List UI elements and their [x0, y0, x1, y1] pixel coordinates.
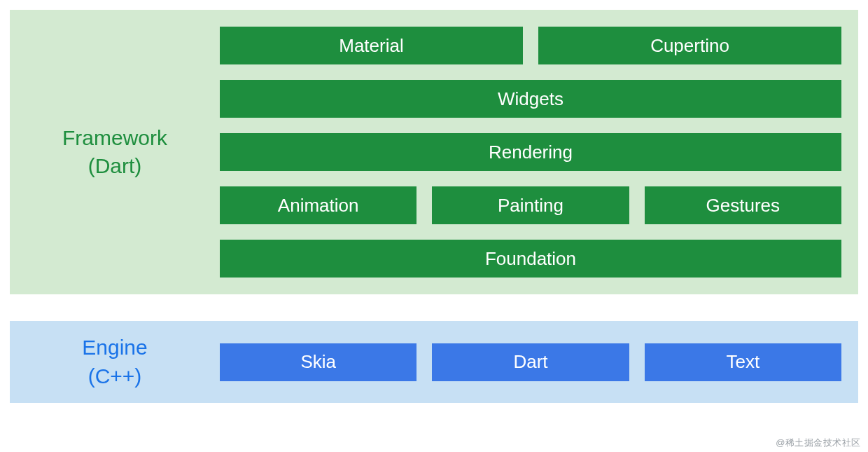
engine-panel: Engine (C++) Skia Dart Text [10, 321, 858, 403]
framework-row-3: Rendering [220, 133, 841, 171]
block-foundation: Foundation [220, 240, 841, 278]
framework-row-2: Widgets [220, 80, 841, 118]
framework-label-line2: (Dart) [88, 154, 142, 177]
engine-label-line2: (C++) [88, 364, 142, 388]
engine-row-1: Skia Dart Text [220, 343, 841, 381]
block-skia: Skia [220, 343, 416, 381]
block-gestures: Gestures [645, 186, 841, 224]
framework-label-line1: Framework [62, 126, 167, 149]
engine-rows: Skia Dart Text [220, 343, 841, 381]
block-animation: Animation [220, 186, 416, 224]
block-dart: Dart [432, 343, 629, 381]
block-material: Material [220, 27, 523, 64]
block-cupertino: Cupertino [538, 27, 841, 64]
framework-panel: Framework (Dart) Material Cupertino Widg… [10, 10, 858, 294]
framework-row-5: Foundation [220, 240, 841, 278]
watermark: @稀土掘金技术社区 [776, 437, 861, 449]
framework-row-1: Material Cupertino [220, 27, 841, 64]
block-widgets: Widgets [220, 80, 841, 118]
block-rendering: Rendering [220, 133, 841, 171]
framework-rows: Material Cupertino Widgets Rendering Ani… [220, 27, 841, 278]
framework-label: Framework (Dart) [10, 124, 220, 181]
block-painting: Painting [432, 186, 629, 224]
framework-row-4: Animation Painting Gestures [220, 186, 841, 224]
engine-label-line1: Engine [82, 336, 147, 359]
engine-label: Engine (C++) [10, 334, 220, 390]
block-text: Text [645, 343, 841, 381]
